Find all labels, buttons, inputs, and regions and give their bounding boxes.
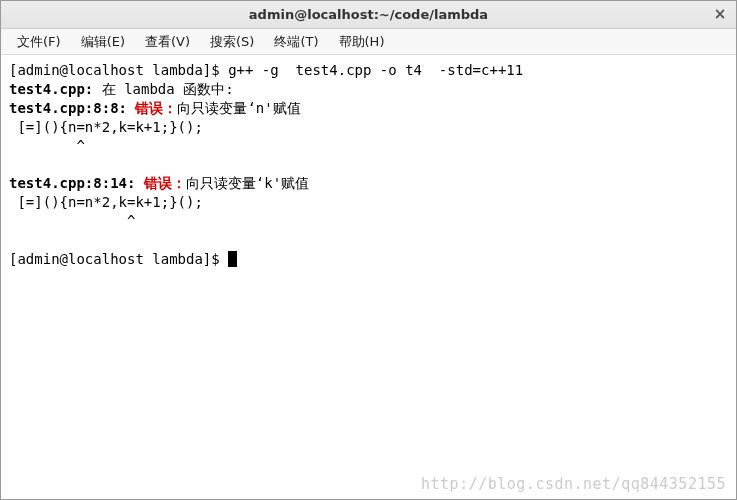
menu-help[interactable]: 帮助(H) (329, 30, 395, 54)
menu-search[interactable]: 搜索(S) (200, 30, 264, 54)
window-title: admin@localhost:~/code/lambda (249, 7, 488, 22)
error-caret-1: ^ (9, 138, 85, 154)
menubar: 文件(F) 编辑(E) 查看(V) 搜索(S) 终端(T) 帮助(H) (1, 29, 736, 55)
prompt: [admin@localhost lambda]$ (9, 251, 228, 267)
error-caret-2: ^ (9, 213, 135, 229)
compile-context: 在 lambda 函数中: (93, 81, 233, 97)
window-titlebar: admin@localhost:~/code/lambda × (1, 1, 736, 29)
prompt: [admin@localhost lambda]$ (9, 62, 228, 78)
error-message-1: 向只读变量‘n'赋值 (177, 100, 300, 116)
terminal-output[interactable]: [admin@localhost lambda]$ g++ -g test4.c… (1, 55, 736, 500)
menu-view[interactable]: 查看(V) (135, 30, 200, 54)
menu-terminal[interactable]: 终端(T) (264, 30, 328, 54)
close-icon[interactable]: × (712, 6, 728, 22)
error-location-1: test4.cpp:8:8: (9, 100, 135, 116)
cursor-icon (228, 251, 237, 267)
error-location-2: test4.cpp:8:14: (9, 175, 144, 191)
error-message-2: 向只读变量‘k'赋值 (186, 175, 309, 191)
error-label-1: 错误： (135, 100, 177, 116)
compile-file: test4.cpp: (9, 81, 93, 97)
error-code-2: [=](){n=n*2,k=k+1;}(); (9, 194, 203, 210)
menu-file[interactable]: 文件(F) (7, 30, 71, 54)
menu-edit[interactable]: 编辑(E) (71, 30, 135, 54)
command-text: g++ -g test4.cpp -o t4 -std=c++11 (228, 62, 523, 78)
error-label-2: 错误： (144, 175, 186, 191)
error-code-1: [=](){n=n*2,k=k+1;}(); (9, 119, 203, 135)
